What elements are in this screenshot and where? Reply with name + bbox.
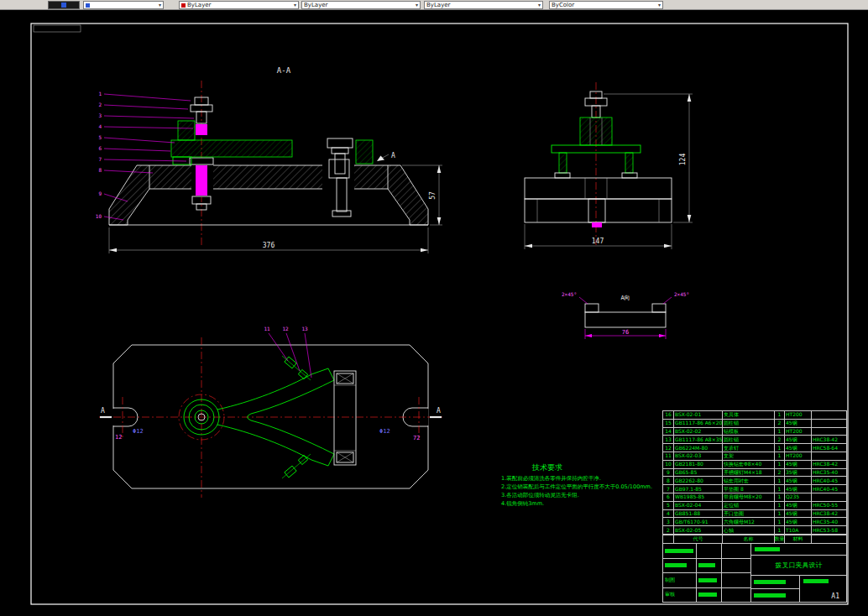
redacted-bar (665, 563, 687, 567)
app-icon[interactable] (48, 1, 80, 9)
leader-label: 7 (98, 156, 102, 162)
header-name: 名称 (723, 535, 775, 543)
chevron-down-icon: ▾ (416, 3, 418, 8)
plan-leaders: 11 12 13 (264, 326, 311, 378)
lineweight-combo[interactable]: ByLayer ▾ (424, 1, 543, 9)
linetype-combo[interactable]: ByLayer ▾ (301, 1, 421, 9)
table-row: 6WB1985-85带肩螺母M8×201Q235 (663, 493, 847, 501)
table-row: 12GB6224M-80支承钉145钢HRC58-64 (663, 444, 847, 452)
title-block-left: 制图 审核 (663, 544, 751, 602)
leader-label: 5 (98, 134, 102, 140)
table-row: 9GB65-85开槽螺钉M4×18235钢HRC35-40 (663, 468, 847, 477)
color-swatch-icon (181, 3, 186, 8)
cut-mark-label: A (101, 407, 105, 415)
layer-icon (61, 3, 66, 8)
leader-label: 10 (96, 213, 102, 219)
dim-hole-right: Φ12 (379, 428, 390, 435)
redacted-bar (803, 579, 829, 583)
svg-text:124: 124 (679, 154, 687, 166)
plotstyle-combo[interactable]: ByColor ▾ (549, 1, 663, 9)
header-qty: 数量 (775, 535, 785, 543)
redacted-bar (698, 563, 715, 567)
plotstyle-combo-value: ByColor (552, 3, 574, 8)
dim-notch-right: 72 (413, 435, 420, 441)
svg-text:76: 76 (622, 329, 629, 336)
table-row: 15GB1117-86 A6×20圆柱销245钢 (663, 419, 847, 427)
svg-text:57: 57 (429, 191, 437, 200)
leader-label: 12 (282, 326, 289, 331)
color-combo-value: ByLayer (187, 3, 211, 8)
redacted-bar (698, 578, 717, 582)
dim-base-length: 376 (109, 227, 428, 253)
dim-detail-width: 76 (585, 329, 666, 339)
header-code: 代号 (674, 535, 723, 543)
table-row: 13GB1117-86 A8×35圆柱销245钢HRC38-42 (663, 436, 847, 444)
parts-table-body: 16BSX-02-01夹具体1HT20015GB1117-86 A6×20圆柱销… (663, 411, 847, 535)
dim-notch-left: 12 (115, 434, 122, 441)
svg-text:147: 147 (592, 238, 604, 245)
leader-label: 4 (98, 123, 102, 129)
linetype-combo-value: ByLayer (304, 3, 327, 8)
label-draw: 制图 (665, 577, 675, 584)
table-row: 4GB851-88开口垫圈145钢HRC38-42 (663, 509, 847, 518)
tech-req-item: 4.锐角倒钝3mm. (501, 500, 544, 507)
tech-requirements: 技术要求 1.装配前必须清洗各零件并保持内腔干净. 2.定位销装配后与工件定位平… (501, 463, 652, 507)
table-row: 14BSX-02-02钻模板1HT200 (663, 427, 847, 436)
redacted-bar (698, 593, 717, 597)
dim-side-width: 147 (525, 224, 672, 249)
chamfer-label: 2×45° (674, 291, 689, 297)
tech-req-item: 1.装配前必须清洗各零件并保持内腔干净. (501, 475, 601, 482)
parts-table: 16BSX-02-01夹具体1HT20015GB1117-86 A6×20圆柱销… (662, 410, 847, 535)
label-check: 审核 (665, 591, 675, 598)
table-row: 7GB97.1-85平垫圈 8145钢HRC40-45 (663, 485, 847, 493)
side-view: 147 124 (525, 82, 693, 249)
chamfer-label: 2×45° (562, 291, 577, 297)
tech-req-item: 3.各活动部位须转动灵活无卡阻. (501, 492, 579, 499)
lineweight-combo-value: ByLayer (426, 3, 450, 8)
header-mat: 材料 (785, 535, 812, 543)
drawing-title: 拨叉口夹具设计 (751, 556, 846, 576)
tech-req-title: 技术要求 (531, 463, 562, 472)
section-view-label: A-A (277, 66, 291, 75)
chevron-down-icon: ▾ (658, 3, 661, 8)
table-row: 8GB2262-80钻套用衬套145钢HRC40-45 (663, 477, 847, 485)
leader-label: 9 (98, 191, 102, 196)
table-row: 5BSX-02-04定位销145钢HRC50-55 (663, 501, 847, 509)
title-block-header: 代号 名称 数量 材料 (663, 535, 846, 544)
leader-label: 6 (98, 145, 102, 151)
svg-text:376: 376 (263, 242, 275, 249)
plan-view: 11 12 13 A A 12 Φ12 Φ12 72 (99, 326, 442, 498)
dim-side-height: 124 (604, 94, 693, 222)
leader-label: 1 (98, 91, 102, 97)
section-arrow: A (377, 152, 395, 161)
section-arrow-label: A (391, 152, 395, 159)
sheet-size: A1 (831, 593, 839, 600)
leader-label: 2 (98, 102, 102, 107)
dim-hole-left: Φ12 (133, 428, 144, 435)
redacted-bar (754, 580, 786, 584)
leader-label: 8 (98, 167, 102, 173)
title-block-right: 拨叉口夹具设计 A1 (751, 544, 846, 602)
section-view: A-A A (96, 66, 442, 253)
table-row: 10GB2181-80快换钻套Φ8×40145钢HRC38-42 (663, 460, 847, 468)
section-cut-marks: A A (100, 407, 442, 417)
redacted-bar (755, 547, 780, 551)
table-row: 16BSX-02-01夹具体1HT200 (663, 411, 847, 420)
redacted-bar (665, 549, 693, 553)
toolbar: ▾ ByLayer ▾ ByLayer ▾ ByLayer ▾ ByColor … (0, 0, 868, 10)
leader-label: 13 (301, 326, 308, 331)
table-row: 11BSX-02-03支架1HT200 (663, 452, 847, 460)
layer-swatch-icon (86, 3, 90, 8)
color-combo[interactable]: ByLayer ▾ (179, 1, 299, 9)
redacted-bar (754, 593, 786, 598)
detail-view: A向 2×45° 2×45° 76 (562, 291, 689, 339)
leader-label: 11 (264, 326, 270, 331)
table-row: 2BSX-02-05心轴1T10AHRC53-58 (663, 526, 847, 535)
chevron-down-icon: ▾ (159, 3, 161, 8)
table-row: 3GB/T6170-91六角螺母M12145钢HRC35-40 (663, 518, 847, 526)
chevron-down-icon: ▾ (294, 3, 296, 8)
leader-label: 3 (98, 112, 102, 118)
detail-view-label: A向 (620, 295, 630, 301)
layer-combo[interactable]: ▾ (83, 1, 164, 9)
chevron-down-icon: ▾ (538, 3, 541, 8)
